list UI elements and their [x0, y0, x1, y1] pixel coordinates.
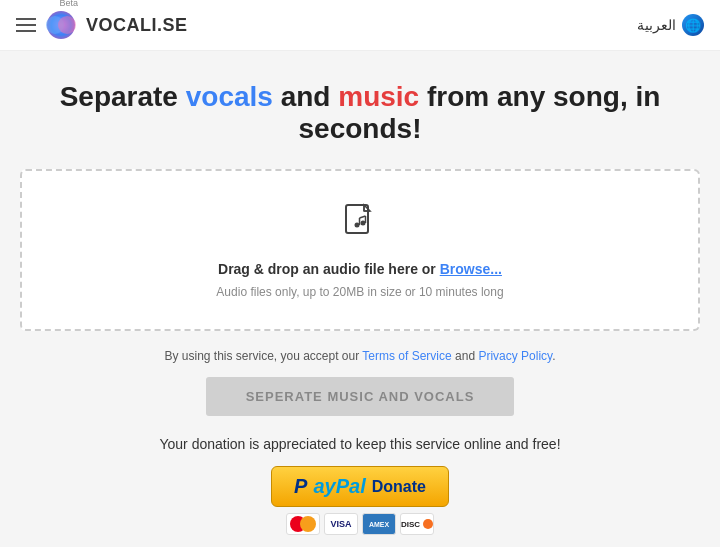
terms-post: . — [552, 349, 555, 363]
terms-of-service-link[interactable]: Terms of Service — [362, 349, 451, 363]
discover-icon: DISC — [400, 513, 434, 535]
paypal-donate-button[interactable]: PayPal Donate — [271, 466, 449, 507]
visa-icon: VISA — [324, 513, 358, 535]
audio-file-icon — [338, 201, 382, 249]
visa-label: VISA — [330, 519, 351, 529]
headline-mid: and — [273, 81, 338, 112]
drag-text: Drag & drop an audio file here or — [218, 261, 440, 277]
svg-line-10 — [360, 216, 366, 218]
separate-button[interactable]: SEPERATE MUSIC AND VOCALS — [206, 377, 515, 416]
amex-icon: AMEX — [362, 513, 396, 535]
beta-label: Beta — [59, 0, 78, 8]
globe-icon[interactable]: 🌐 — [682, 14, 704, 36]
hero-headline: Separate vocals and music from any song,… — [20, 81, 700, 145]
mastercard-icon — [286, 513, 320, 535]
drop-zone[interactable]: Drag & drop an audio file here or Browse… — [20, 169, 700, 331]
terms-mid: and — [452, 349, 479, 363]
card-icons: VISA AMEX DISC — [286, 513, 434, 535]
browse-link[interactable]: Browse... — [440, 261, 502, 277]
logo-icon — [44, 8, 78, 42]
header-left: Beta VOCALI.SE — [16, 8, 188, 42]
logo-text: VOCALI.SE — [86, 15, 188, 36]
hamburger-menu-icon[interactable] — [16, 18, 36, 32]
arabic-label[interactable]: العربية — [637, 17, 676, 33]
paypal-area: PayPal Donate VISA AMEX DISC — [271, 466, 449, 535]
main-content: Separate vocals and music from any song,… — [0, 51, 720, 547]
logo-container: Beta — [44, 8, 78, 42]
drop-subtext: Audio files only, up to 20MB in size or … — [216, 285, 503, 299]
paypal-al-text: ayPal — [313, 475, 365, 498]
vocals-word: vocals — [186, 81, 273, 112]
terms-text: By using this service, you accept our Te… — [164, 349, 555, 363]
music-word: music — [338, 81, 419, 112]
donation-text: Your donation is appreciated to keep thi… — [159, 436, 560, 452]
header-right: العربية 🌐 — [637, 14, 704, 36]
discover-text: DISC — [401, 520, 420, 529]
amex-label: AMEX — [369, 521, 389, 528]
privacy-policy-link[interactable]: Privacy Policy — [478, 349, 552, 363]
drop-text: Drag & drop an audio file here or Browse… — [218, 261, 502, 277]
svg-point-2 — [58, 16, 76, 34]
paypal-p-letter: P — [294, 475, 307, 498]
headline-pre: Separate — [60, 81, 186, 112]
terms-pre: By using this service, you accept our — [164, 349, 362, 363]
header: Beta VOCALI.SE العربية 🌐 — [0, 0, 720, 51]
paypal-donate-label: Donate — [372, 478, 426, 496]
